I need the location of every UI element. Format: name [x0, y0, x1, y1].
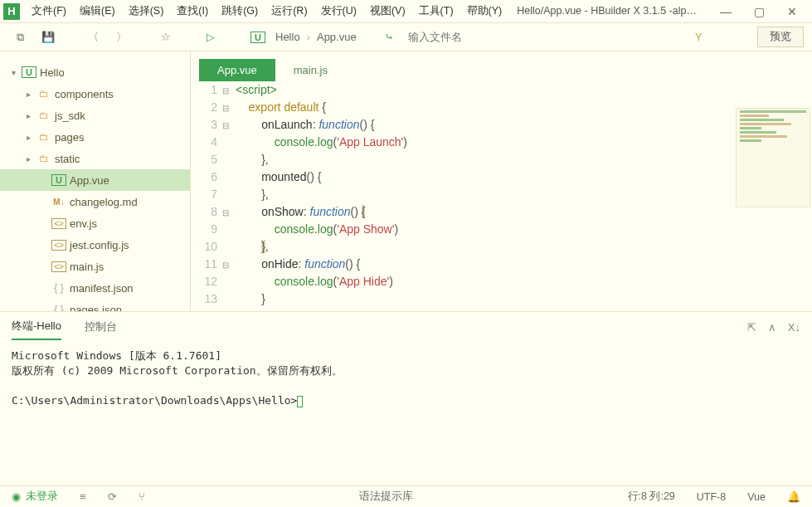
json-icon: { }	[51, 304, 66, 311]
chevron-right-icon: ▸	[27, 90, 36, 99]
tree-file[interactable]: { } manifest.json	[0, 277, 190, 299]
minimize-button[interactable]: —	[709, 5, 742, 18]
breadcrumb-root[interactable]: Hello	[275, 31, 300, 43]
terminal-tab-hello[interactable]: 终端-Hello	[12, 314, 61, 340]
menu-item[interactable]: 选择(S)	[122, 4, 171, 18]
filter-icon[interactable]: Y	[687, 27, 710, 47]
export-icon[interactable]: ⇱	[747, 321, 756, 334]
menu-item[interactable]: 运行(R)	[265, 4, 314, 18]
tree-folder[interactable]: ▸ 🗀 pages	[0, 126, 190, 148]
editor-tab[interactable]: main.js	[275, 59, 346, 81]
tree-file[interactable]: U App.vue	[0, 169, 190, 191]
vue-icon: U	[51, 174, 66, 186]
chevron-right-icon: ▸	[27, 154, 36, 163]
new-file-icon[interactable]: ⧉	[8, 27, 32, 47]
chevron-down-icon: ▾	[12, 68, 22, 77]
tree-file[interactable]: <> jest.config.js	[0, 234, 190, 256]
run-icon[interactable]: ▷	[199, 27, 222, 47]
branch-icon[interactable]: ⑂	[139, 490, 145, 503]
user-icon: ◉	[12, 490, 21, 503]
terminal-tabs: 终端-Hello 控制台 ⇱ ∧ X↓	[0, 312, 812, 342]
folder-icon: 🗀	[36, 88, 51, 100]
json-icon: { }	[51, 282, 66, 294]
login-status[interactable]: ◉ 未登录	[12, 490, 58, 504]
menu-item[interactable]: 帮助(Y)	[460, 4, 509, 18]
breadcrumb: U Hello › App.vue	[250, 31, 357, 43]
tree-file[interactable]: <> env.js	[0, 212, 190, 234]
tree-file[interactable]: M↓ changelog.md	[0, 191, 190, 212]
js-icon: <>	[51, 218, 66, 229]
list-icon[interactable]: ≡	[80, 490, 86, 503]
tree-file[interactable]: { } pages.json	[0, 299, 190, 311]
tree-folder[interactable]: ▸ 🗀 static	[0, 148, 190, 169]
maximize-button[interactable]: ▢	[742, 5, 776, 18]
close-panel-icon[interactable]: X↓	[788, 321, 800, 334]
statusbar: ◉ 未登录 ≡ ⟳ ⑂ 语法提示库 行:8 列:29 UTF-8 Vue 🔔	[0, 485, 812, 507]
encoding[interactable]: UTF-8	[697, 491, 726, 503]
terminal-output[interactable]: Microsoft Windows [版本 6.1.7601] 版权所有 (c)…	[0, 342, 812, 485]
folder-icon: 🗀	[36, 110, 51, 121]
search-input[interactable]	[408, 31, 640, 43]
editor-tab[interactable]: App.vue	[199, 59, 275, 81]
project-icon: U	[22, 66, 36, 78]
editor-area: App.vuemain.js 12345678910111213 ⊟⊟⊟ ⊟ ⊟…	[191, 51, 812, 311]
menu-item[interactable]: 工具(T)	[412, 4, 460, 18]
code-editor[interactable]: 12345678910111213 ⊟⊟⊟ ⊟ ⊟ <script> expor…	[191, 81, 812, 311]
preview-button[interactable]: 预览	[757, 27, 804, 47]
back-icon[interactable]: 〈	[81, 27, 105, 47]
search-box: ⤷	[378, 27, 640, 47]
menubar: H 文件(F)编辑(E)选择(S)查找(I)跳转(G)运行(R)发行(U)视图(…	[0, 0, 812, 23]
menu-item[interactable]: 查找(I)	[170, 4, 215, 18]
js-icon: <>	[51, 240, 66, 251]
folder-icon: 🗀	[36, 131, 51, 143]
menu-item[interactable]: 文件(F)	[25, 4, 73, 18]
breadcrumb-file[interactable]: App.vue	[317, 31, 357, 43]
terminal-tab-console[interactable]: 控制台	[85, 314, 117, 339]
toolbar: ⧉ 💾 〈 〉 ☆ ▷ U Hello › App.vue ⤷ Y 预览	[0, 23, 812, 51]
star-icon[interactable]: ☆	[154, 27, 177, 47]
menu-item[interactable]: 编辑(E)	[73, 4, 122, 18]
window-title: Hello/App.vue - HBuilder X 3.1.5 -alpha(…	[508, 4, 709, 18]
menu-item[interactable]: 视图(V)	[363, 4, 412, 18]
close-button[interactable]: ✕	[776, 5, 809, 18]
collapse-icon[interactable]: ∧	[768, 321, 776, 334]
sync-icon[interactable]: ⟳	[108, 490, 117, 503]
language-mode[interactable]: Vue	[747, 491, 766, 503]
chevron-right-icon: ›	[307, 31, 310, 43]
cursor-position[interactable]: 行:8 列:29	[628, 490, 675, 504]
markdown-icon: M↓	[51, 197, 66, 207]
terminal-panel: 终端-Hello 控制台 ⇱ ∧ X↓ Microsoft Windows [版…	[0, 311, 812, 485]
window-controls: — ▢ ✕	[709, 5, 809, 18]
tree-folder[interactable]: ▸ 🗀 js_sdk	[0, 105, 190, 126]
menu-item[interactable]: 发行(U)	[314, 4, 363, 18]
save-icon[interactable]: 💾	[36, 27, 60, 47]
tree-project[interactable]: ▾ U Hello	[0, 61, 190, 83]
syntax-hint[interactable]: 语法提示库	[359, 490, 413, 504]
main-area: ▾ U Hello ▸ 🗀 components ▸ 🗀 js_sdk ▸ 🗀 …	[0, 51, 812, 311]
forward-icon[interactable]: 〉	[109, 27, 133, 47]
app-logo-icon: H	[3, 3, 20, 20]
file-type-icon: U	[250, 32, 265, 43]
tree-file[interactable]: <> main.js	[0, 256, 190, 277]
js-icon: <>	[51, 261, 66, 272]
minimap[interactable]	[736, 108, 810, 207]
menu-item[interactable]: 跳转(G)	[215, 4, 265, 18]
tree-folder[interactable]: ▸ 🗀 components	[0, 83, 190, 105]
folder-icon: 🗀	[36, 153, 51, 164]
search-arrow-icon[interactable]: ⤷	[378, 27, 401, 47]
chevron-right-icon: ▸	[27, 111, 36, 120]
file-explorer: ▾ U Hello ▸ 🗀 components ▸ 🗀 js_sdk ▸ 🗀 …	[0, 51, 191, 311]
bell-icon[interactable]: 🔔	[787, 490, 800, 503]
chevron-right-icon: ▸	[27, 133, 36, 142]
editor-tabs: App.vuemain.js	[191, 51, 812, 81]
